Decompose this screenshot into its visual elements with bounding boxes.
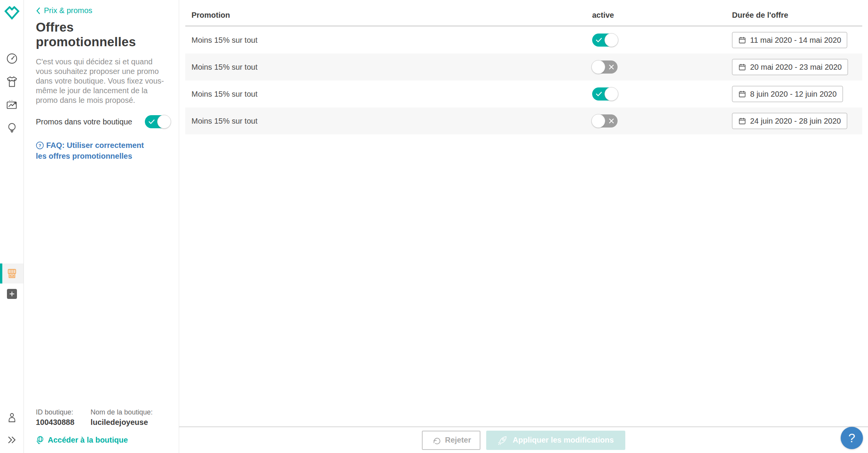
settings-panel: Prix & promos Offres promotionnelles C'e… [24,0,179,453]
shop-id-value: 100430888 [36,418,74,427]
duration-cell: 20 mai 2020 - 23 mai 2020 [732,59,862,75]
svg-text:?: ? [39,143,41,148]
toggle-knob [604,87,618,101]
promotion-label: Moins 15% sur tout [185,117,592,126]
table-row: Moins 15% sur tout 24 juin 2020 - 2 [185,107,862,134]
col-header-active: active [592,11,732,20]
question-circle-icon: ? [36,141,44,151]
shop-id-block: ID boutique: 100430888 [36,408,74,427]
products-tshirt-icon[interactable] [3,73,20,90]
help-button[interactable]: ? [841,427,863,449]
active-toggle[interactable] [592,87,618,101]
toggle-knob [157,115,171,129]
help-button-label: ? [848,431,855,445]
shop-promos-toggle[interactable] [145,115,170,128]
active-toggle[interactable] [592,114,618,128]
shop-storefront-icon[interactable] [0,263,24,284]
duration-cell: 24 juin 2020 - 28 juin 2020 [732,113,862,129]
dashboard-gauge-icon[interactable] [3,50,20,67]
active-cell [592,114,732,128]
reject-button[interactable]: Rejeter [422,431,480,450]
date-range-button[interactable]: 20 mai 2020 - 23 mai 2020 [732,59,848,75]
toggle-knob [604,33,618,47]
globe-icon [36,435,44,445]
x-icon [609,64,614,70]
promotion-label: Moins 15% sur tout [185,63,592,72]
icon-rail [0,0,24,453]
date-range-button[interactable]: 11 mai 2020 - 14 mai 2020 [732,32,847,48]
promotion-label: Moins 15% sur tout [185,90,592,99]
panel-bottom: ID boutique: 100430888 Nom de la boutiqu… [36,408,170,446]
shop-info: ID boutique: 100430888 Nom de la boutiqu… [36,408,170,427]
promotions-table: Promotion active Durée de l'offre Moins … [185,0,862,134]
duration-cell: 8 juin 2020 - 12 juin 2020 [732,86,862,102]
col-header-promotion: Promotion [185,11,592,20]
breadcrumb[interactable]: Prix & promos [36,6,92,15]
active-toggle[interactable] [592,60,618,74]
faq-link[interactable]: ? FAQ: Utiliser correctement les offres … [36,141,155,161]
duration-cell: 11 mai 2020 - 14 mai 2020 [732,32,862,48]
active-cell [592,60,732,74]
shop-id-label: ID boutique: [36,408,74,416]
statistics-chart-icon[interactable] [3,96,20,113]
visit-shop-link[interactable]: Accéder à la boutique [36,435,128,445]
active-cell [592,87,732,101]
apply-button-label: Appliquer les modifications [513,436,614,445]
chevron-left-icon [36,7,41,15]
date-range-label: 8 juin 2020 - 12 juin 2020 [750,90,837,99]
main-content: Promotion active Durée de l'offre Moins … [179,0,868,453]
col-header-duration: Durée de l'offre [732,11,862,20]
calendar-icon [738,90,746,98]
toggle-knob [591,60,605,74]
page-description: C'est vous qui décidez si et quand vous … [36,57,170,105]
calendar-icon [738,63,746,71]
date-range-button[interactable]: 8 juin 2020 - 12 juin 2020 [732,86,843,102]
calendar-icon [738,117,746,125]
action-bar: Rejeter Appliquer les modifications [179,426,868,453]
shop-name-value: luciledejoyeuse [91,418,153,427]
promotion-label: Moins 15% sur tout [185,36,592,45]
date-range-button[interactable]: 24 juin 2020 - 28 juin 2020 [732,113,847,129]
active-toggle[interactable] [592,34,618,47]
check-icon [596,91,602,97]
faq-link-label: FAQ: Utiliser correctement les offres pr… [36,141,144,160]
rail-bottom-group [3,409,20,448]
shop-name-block: Nom de la boutique: luciledejoyeuse [91,408,153,427]
rail-shop-group [0,263,24,299]
date-range-label: 20 mai 2020 - 23 mai 2020 [750,63,842,72]
visit-shop-label: Accéder à la boutique [48,436,128,445]
rail-nav-group [3,50,20,136]
reject-button-label: Rejeter [445,436,471,445]
table-row: Moins 15% sur tout 20 mai 2020 - 23 [185,54,862,81]
shop-name-label: Nom de la boutique: [91,408,153,416]
shop-promos-toggle-row: Promos dans votre boutique [36,115,170,128]
active-cell [592,34,732,47]
ideas-lightbulb-icon[interactable] [3,119,20,136]
apply-button[interactable]: Appliquer les modifications [486,431,625,450]
breadcrumb-label: Prix & promos [44,6,92,15]
check-icon [148,119,155,124]
table-row: Moins 15% sur tout 11 mai 2020 - 14 [185,27,862,54]
toggle-knob [591,114,605,128]
table-row: Moins 15% sur tout 8 juin 2020 - 12 [185,81,862,107]
brand-heart-logo[interactable] [4,6,20,22]
check-icon [596,37,602,43]
account-person-icon[interactable] [3,409,20,426]
rocket-icon [498,435,508,445]
shop-promos-toggle-label: Promos dans votre boutique [36,117,132,126]
table-header: Promotion active Durée de l'offre [185,0,862,27]
page-title: Offres promotionnelles [36,20,170,49]
calendar-icon [738,36,746,44]
date-range-label: 24 juin 2020 - 28 juin 2020 [750,117,841,126]
add-shop-plus-icon[interactable] [7,289,17,299]
undo-icon [431,435,441,446]
date-range-label: 11 mai 2020 - 14 mai 2020 [750,36,841,45]
x-icon [609,118,614,124]
expand-chevrons-icon[interactable] [3,431,20,448]
